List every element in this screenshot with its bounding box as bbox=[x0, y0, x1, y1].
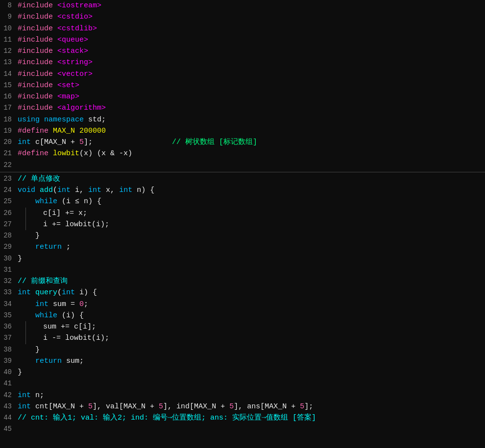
code-line: 26 c[i] += x; bbox=[0, 208, 485, 219]
token: int bbox=[18, 391, 31, 400]
line-number: 17 bbox=[0, 103, 16, 114]
code-line: 36 sum += c[i]; bbox=[0, 321, 485, 332]
token: ], ind[MAX_N + bbox=[163, 402, 229, 411]
token: 5 bbox=[79, 138, 84, 146]
token: int bbox=[18, 138, 31, 146]
token: cnt[MAX_N + bbox=[31, 402, 88, 411]
token bbox=[53, 104, 57, 112]
code-line: 14#include <vector> bbox=[0, 69, 485, 80]
token bbox=[35, 186, 40, 194]
token: return bbox=[35, 243, 62, 251]
token: query bbox=[35, 288, 57, 297]
line-number: 36 bbox=[0, 322, 16, 332]
line-content: } bbox=[16, 253, 485, 264]
line-content: } bbox=[16, 230, 485, 241]
token: #include bbox=[18, 70, 53, 78]
line-content: return ; bbox=[16, 241, 485, 253]
line-number: 24 bbox=[0, 185, 16, 196]
line-number: 11 bbox=[0, 35, 16, 46]
token: #define bbox=[18, 127, 48, 135]
token: } bbox=[18, 255, 22, 263]
line-content: #include <map> bbox=[16, 91, 485, 102]
code-line: 9#include <cstdio> bbox=[0, 11, 485, 23]
token: while bbox=[35, 197, 57, 206]
token: #include bbox=[18, 104, 53, 112]
token bbox=[53, 1, 57, 10]
code-line: 17#include <algorithm> bbox=[0, 102, 485, 114]
line-content: #include <iostream> bbox=[16, 0, 485, 11]
token: int bbox=[18, 402, 31, 411]
code-line: 29 return ; bbox=[0, 241, 485, 253]
token: // 单点修改 bbox=[18, 175, 60, 183]
line-content: while (i) { bbox=[16, 310, 485, 321]
token: ]; bbox=[84, 138, 172, 146]
code-line: 40} bbox=[0, 367, 485, 378]
token: sum = bbox=[48, 300, 79, 308]
token bbox=[53, 47, 57, 55]
line-content: c[i] += x; bbox=[16, 208, 485, 219]
token: c[MAX_N + bbox=[31, 138, 79, 146]
token bbox=[18, 346, 35, 354]
code-editor: 8#include <iostream>9#include <cstdio>10… bbox=[0, 0, 485, 448]
line-number: 15 bbox=[0, 80, 16, 91]
line-number: 12 bbox=[0, 46, 16, 57]
token: <cstdio> bbox=[57, 13, 93, 21]
line-content: #include <algorithm> bbox=[16, 102, 485, 114]
token: namespace bbox=[44, 116, 84, 124]
token: (i) { bbox=[57, 311, 84, 320]
token bbox=[53, 81, 57, 90]
token: x, bbox=[101, 186, 119, 194]
line-content bbox=[16, 160, 485, 171]
token: <algorithm> bbox=[57, 104, 106, 112]
line-number: 31 bbox=[0, 265, 16, 276]
token: return bbox=[35, 357, 62, 365]
line-number: 40 bbox=[0, 367, 16, 378]
code-line: 18using namespace std; bbox=[0, 114, 485, 125]
token: c[i] += x; bbox=[25, 209, 87, 217]
code-line: 22 bbox=[0, 160, 485, 171]
token bbox=[75, 127, 79, 135]
line-number: 10 bbox=[0, 24, 16, 34]
line-number: 34 bbox=[0, 299, 16, 310]
code-line: 38 } bbox=[0, 344, 485, 355]
token bbox=[53, 58, 57, 67]
line-content: int cnt[MAX_N + 5], val[MAX_N + 5], ind[… bbox=[16, 401, 485, 412]
line-number: 25 bbox=[0, 196, 16, 207]
token: sum += c[i]; bbox=[25, 323, 96, 331]
token: #include bbox=[18, 47, 53, 55]
line-number: 35 bbox=[0, 310, 16, 321]
code-line: 33int query(int i) { bbox=[0, 287, 485, 298]
token: ]; bbox=[304, 402, 313, 411]
line-content: i -= lowbit(i); bbox=[16, 332, 485, 344]
line-content: return sum; bbox=[16, 355, 485, 367]
token: <stack> bbox=[57, 47, 88, 55]
code-line: 42int n; bbox=[0, 390, 485, 401]
line-number: 28 bbox=[0, 231, 16, 241]
line-content: sum += c[i]; bbox=[16, 321, 485, 332]
line-number: 20 bbox=[0, 137, 16, 148]
token bbox=[18, 243, 35, 251]
line-content: void add(int i, int x, int n) { bbox=[16, 185, 485, 196]
code-line: 25 while (i ≤ n) { bbox=[0, 196, 485, 207]
line-content: #include <stack> bbox=[16, 46, 485, 57]
token: void bbox=[18, 186, 35, 194]
line-number: 27 bbox=[0, 219, 16, 230]
token: <vector> bbox=[57, 70, 93, 78]
line-content bbox=[16, 424, 485, 435]
token: <set> bbox=[57, 81, 79, 90]
token bbox=[18, 311, 35, 320]
token: #include bbox=[18, 58, 53, 67]
line-number: 16 bbox=[0, 92, 16, 102]
token: using bbox=[18, 116, 40, 124]
line-number: 30 bbox=[0, 254, 16, 264]
line-number: 37 bbox=[0, 333, 16, 344]
line-content bbox=[16, 378, 485, 389]
line-number: 29 bbox=[0, 242, 16, 253]
token: int bbox=[18, 288, 31, 297]
line-number: 8 bbox=[0, 0, 16, 11]
token: n) { bbox=[132, 186, 154, 194]
token: #include bbox=[18, 81, 53, 90]
token: 200000 bbox=[79, 127, 106, 135]
line-number: 18 bbox=[0, 115, 16, 125]
line-content: int query(int i) { bbox=[16, 287, 485, 298]
